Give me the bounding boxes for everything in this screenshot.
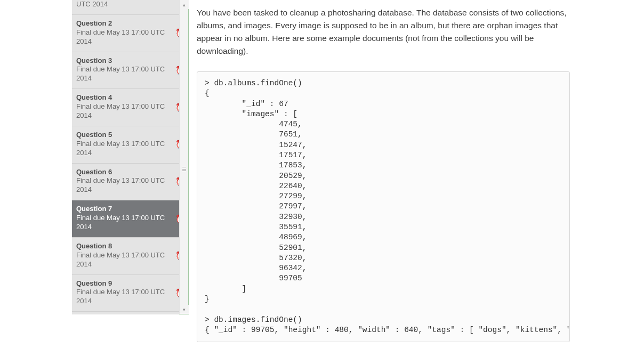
sidebar: UTC 2014Question 2Final due May 13 17:00…: [72, 0, 189, 314]
question-due: Final due May 13 17:00 UTC 2014: [76, 288, 175, 306]
scroll-grip-icon[interactable]: [182, 167, 186, 171]
alarm-clock-icon: ⏰: [175, 251, 179, 261]
scroll-down-button[interactable]: ▾: [180, 305, 189, 314]
question-title: Question 6: [76, 168, 175, 177]
alarm-clock-icon: ⏰: [175, 140, 179, 149]
alarm-clock-icon: ⏰: [175, 214, 179, 224]
sidebar-item-q8[interactable]: Question 9Final due May 13 17:00 UTC 201…: [72, 275, 179, 312]
sidebar-item-q6[interactable]: Question 7Final due May 13 17:00 UTC 201…: [72, 200, 179, 238]
sidebar-item-q0[interactable]: UTC 2014: [72, 0, 179, 15]
code-example: > db.albums.findOne() { "_id" : 67 "imag…: [197, 71, 570, 342]
question-title: Question 2: [76, 19, 175, 28]
alarm-clock-icon: ⏰: [175, 177, 179, 187]
question-intro: You have been tasked to cleanup a photos…: [197, 6, 570, 58]
sidebar-item-q1[interactable]: Question 2Final due May 13 17:00 UTC 201…: [72, 15, 179, 52]
question-title: Question 7: [76, 205, 175, 214]
sidebar-item-q3[interactable]: Question 4Final due May 13 17:00 UTC 201…: [72, 89, 179, 126]
question-due: UTC 2014: [76, 0, 175, 9]
alarm-clock-icon: ⏰: [175, 103, 179, 112]
question-due: Final due May 13 17:00 UTC 2014: [76, 65, 175, 83]
alarm-clock-icon: ⏰: [175, 66, 179, 75]
question-due: Final due May 13 17:00 UTC 2014: [76, 214, 175, 232]
question-due: Final due May 13 17:00 UTC 2014: [76, 102, 175, 120]
question-due: Final due May 13 17:00 UTC 2014: [76, 176, 175, 195]
alarm-clock-icon: ⏰: [175, 288, 179, 298]
main-content: You have been tasked to cleanup a photos…: [197, 0, 570, 342]
sidebar-item-q7[interactable]: Question 8Final due May 13 17:00 UTC 201…: [72, 238, 179, 275]
sidebar-scrollbar[interactable]: ▴ ▾: [179, 0, 188, 314]
question-title: Question 5: [76, 131, 175, 140]
question-list: UTC 2014Question 2Final due May 13 17:00…: [72, 0, 179, 314]
sidebar-item-q9[interactable]: Question 10Final due May 13 17:00 UTC 20…: [72, 312, 179, 314]
question-title: Question 3: [76, 56, 175, 66]
sidebar-item-q4[interactable]: Question 5Final due May 13 17:00 UTC 201…: [72, 126, 179, 164]
sidebar-item-q5[interactable]: Question 6Final due May 13 17:00 UTC 201…: [72, 164, 179, 201]
alarm-clock-icon: ⏰: [175, 28, 179, 38]
question-due: Final due May 13 17:00 UTC 2014: [76, 28, 175, 46]
question-title: Question 8: [76, 242, 175, 251]
question-due: Final due May 13 17:00 UTC 2014: [76, 251, 175, 269]
question-due: Final due May 13 17:00 UTC 2014: [76, 140, 175, 158]
sidebar-item-q2[interactable]: Question 3Final due May 13 17:00 UTC 201…: [72, 52, 179, 90]
scroll-up-button[interactable]: ▴: [180, 0, 189, 9]
question-title: Question 9: [76, 279, 175, 288]
question-title: Question 4: [76, 93, 175, 102]
